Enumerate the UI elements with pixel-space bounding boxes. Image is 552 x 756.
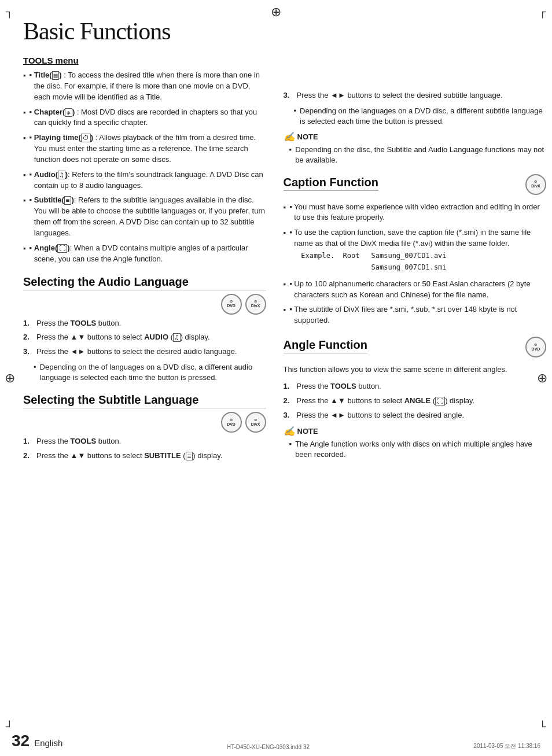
corner-mark-tr: ┌	[539, 6, 546, 18]
list-item: Depending on the languages on a DVD disc…	[294, 106, 546, 127]
step: 3. Press the ◄► buttons to select the de…	[284, 410, 546, 421]
caption-bullets: ▪ You must have some experience with vid…	[284, 202, 546, 327]
right-column: 3. Press the ◄► buttons to select the de…	[284, 56, 546, 467]
list-item: ▪ Up to 100 alphanumeric characters or 5…	[284, 279, 546, 301]
divx-caption-icon: ⊙ DivX	[525, 174, 546, 195]
angle-steps: 1. Press the TOOLS button. 2. Press the …	[284, 381, 546, 421]
list-item: Depending on the of languages on a DVD d…	[34, 362, 266, 383]
note-icon: ✍	[284, 131, 295, 142]
list-item: ▪ You must have some experience with vid…	[284, 202, 546, 224]
caption-function-section: Caption Function ⊙ DivX ▪ You must have …	[284, 174, 546, 327]
caption-function-heading: Caption Function	[284, 176, 378, 191]
page-number: 32	[12, 732, 30, 750]
step: 1. Press the TOOLS button.	[284, 381, 546, 392]
list-item: The Angle function works only with discs…	[289, 439, 546, 460]
divx-icon: ⊙ DivX	[245, 294, 266, 315]
divx-icon: ⊙ DivX	[245, 412, 266, 433]
note-header: ✍ NOTE	[284, 426, 546, 437]
angle-function-heading: Angle Function	[284, 338, 368, 353]
subtitle-language-section: Selecting the Subtitle Language ⊙ DVD ⊙ …	[23, 393, 266, 462]
corner-mark-tl: ┐	[6, 6, 13, 18]
page-title: Basic Functions	[23, 17, 529, 45]
subtitle-steps: 1. Press the TOOLS button. 2. Press the …	[23, 436, 266, 462]
list-item: ▪ Chapter(❋) : Most DVD discs are record…	[23, 107, 266, 129]
step: 1. Press the TOOLS button.	[23, 436, 266, 447]
step: 1. Press the TOOLS button.	[23, 318, 266, 329]
page: ┐ ┌ ┘ └ ⊕ ⊕ ⊕ Basic Functions TOOLS menu…	[0, 0, 552, 756]
footer-date: 2011-03-05 오전 11:38:16	[473, 742, 540, 750]
tools-menu-heading: TOOLS menu	[23, 56, 266, 65]
note-icon: ✍	[284, 426, 295, 437]
compass-left: ⊕	[5, 371, 15, 386]
example-line: Example. Root Samsung_007CD1.avi	[301, 251, 546, 261]
angle-note: ✍ NOTE The Angle function works only wit…	[284, 426, 546, 460]
left-column: TOOLS menu ▪ Title(▤) : To access the de…	[23, 56, 266, 467]
page-language: English	[34, 738, 62, 748]
audio-steps: 1. Press the TOOLS button. 2. Press the …	[23, 318, 266, 358]
step: 3. Press the ◄► buttons to select the de…	[23, 346, 266, 357]
list-item: ▪ The subtitle of DivX files are *.smi, …	[284, 304, 546, 326]
dvd-angle-icon: ⊙ DVD	[525, 337, 546, 357]
note-list: Depending on the disc, the Subtitle and …	[284, 145, 546, 165]
footer: 32 English HT-D450-XU-ENG-0303.indd 32 2…	[0, 732, 552, 750]
subtitle-disc-icons: ⊙ DVD ⊙ DivX	[23, 412, 266, 433]
step: 2. Press the ▲▼ buttons to select AUDIO …	[23, 332, 266, 343]
list-item: ▪ Subtitle(≡): Refers to the subtitle la…	[23, 195, 266, 238]
angle-note-list: The Angle function works only with discs…	[284, 439, 546, 460]
list-item: ▪ Playing time(⏱) : Allows playback of t…	[23, 132, 266, 165]
audio-language-section: Selecting the Audio Language ⊙ DVD ⊙ Div…	[23, 275, 266, 383]
audio-language-heading: Selecting the Audio Language	[23, 275, 266, 290]
subtitle-note: ✍ NOTE Depending on the disc, the Subtit…	[284, 131, 546, 165]
tools-menu-list: ▪ Title(▤) : To access the desired title…	[23, 70, 266, 265]
list-item: ▪ Title(▤) : To access the desired title…	[23, 70, 266, 103]
dvd-icon: ⊙ DVD	[221, 412, 242, 433]
corner-mark-br: └	[539, 721, 546, 733]
corner-mark-bl: ┘	[6, 721, 13, 733]
audio-sub-bullets: Depending on the of languages on a DVD d…	[23, 362, 266, 383]
subtitle-sub-bullets: Depending on the languages on a DVD disc…	[284, 106, 546, 127]
step: 3. Press the ◄► buttons to select the de…	[284, 90, 546, 101]
angle-intro: This function allows you to view the sam…	[284, 364, 546, 375]
note-label: NOTE	[297, 427, 318, 436]
note-label: NOTE	[297, 132, 318, 141]
list-item: ▪ To use the caption function, save the …	[284, 227, 546, 274]
page-number-block: 32 English	[12, 732, 62, 750]
compass-top: ⊕	[271, 5, 281, 20]
list-item: Depending on the disc, the Subtitle and …	[289, 145, 546, 165]
content-columns: TOOLS menu ▪ Title(▤) : To access the de…	[23, 56, 529, 467]
list-item: ▪ Audio(♫): Refers to the film's soundtr…	[23, 169, 266, 191]
dvd-icon: ⊙ DVD	[221, 294, 242, 315]
step: 2. Press the ▲▼ buttons to select SUBTIT…	[23, 451, 266, 462]
angle-function-section: Angle Function ⊙ DVD This function allow…	[284, 337, 546, 460]
audio-disc-icons: ⊙ DVD ⊙ DivX	[23, 294, 266, 315]
list-item: ▪ Angle(⛶): When a DVD contains multiple…	[23, 243, 266, 265]
example-line-2: Example. Root Samsung_007CD1.smi	[301, 263, 546, 272]
note-header: ✍ NOTE	[284, 131, 546, 142]
footer-filename: HT-D450-XU-ENG-0303.indd 32	[227, 744, 310, 750]
step: 2. Press the ▲▼ buttons to select ANGLE …	[284, 396, 546, 407]
compass-right: ⊕	[537, 371, 547, 386]
subtitle-cont-section: 3. Press the ◄► buttons to select the de…	[284, 90, 546, 166]
subtitle-cont-steps: 3. Press the ◄► buttons to select the de…	[284, 90, 546, 101]
subtitle-language-heading: Selecting the Subtitle Language	[23, 393, 266, 408]
